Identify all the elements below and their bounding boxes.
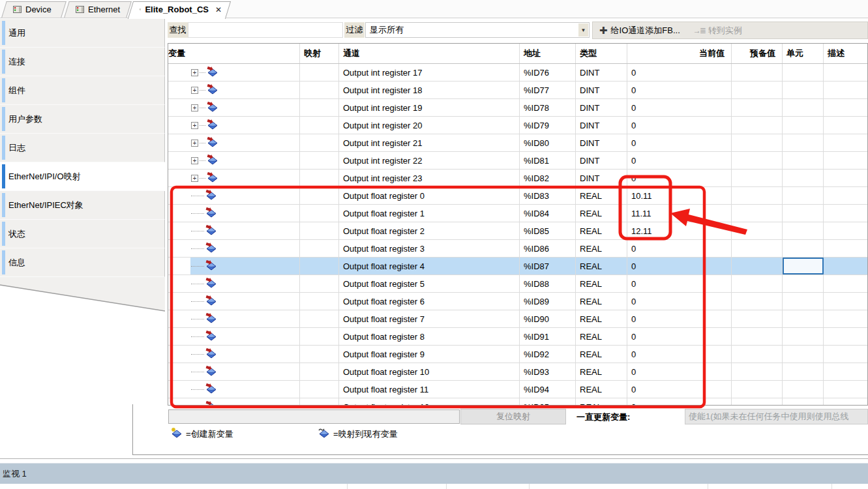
current-value-cell[interactable]: 0 — [627, 293, 732, 310]
mapping-cell[interactable] — [300, 258, 339, 274]
document-tab-device[interactable]: Device — [4, 1, 64, 18]
expand-icon[interactable]: + — [191, 140, 198, 147]
description-cell[interactable] — [824, 222, 867, 239]
table-row[interactable]: Output float register 11%ID94REAL0 — [168, 381, 867, 398]
current-value-cell[interactable]: 0 — [627, 99, 732, 116]
address-cell[interactable]: %ID79 — [520, 117, 576, 134]
description-cell[interactable] — [824, 99, 867, 116]
unit-cell[interactable] — [783, 152, 824, 169]
filter-dropdown[interactable]: 显示所有 ▼ — [365, 22, 590, 38]
address-cell[interactable]: %ID86 — [520, 240, 576, 257]
expand-icon[interactable]: + — [191, 87, 198, 94]
unit-cell[interactable] — [783, 398, 824, 405]
description-cell[interactable] — [824, 293, 867, 310]
address-cell[interactable]: %ID76 — [520, 64, 576, 81]
address-cell[interactable]: %ID77 — [520, 82, 576, 98]
description-cell[interactable] — [824, 152, 867, 169]
chevron-down-icon[interactable]: ▼ — [578, 23, 588, 37]
type-cell[interactable]: DINT — [576, 170, 627, 186]
channel-cell[interactable]: Output float register 2 — [339, 222, 520, 239]
prepared-value-cell[interactable] — [732, 258, 783, 274]
channel-cell[interactable]: Output float register 10 — [339, 363, 520, 380]
mapping-cell[interactable] — [300, 363, 339, 380]
channel-cell[interactable]: Output float register 12 — [339, 398, 520, 405]
description-cell[interactable] — [824, 381, 867, 398]
current-value-cell[interactable]: 0 — [627, 328, 732, 345]
type-cell[interactable]: DINT — [576, 64, 627, 81]
type-cell[interactable]: REAL — [576, 293, 627, 310]
table-row[interactable]: +Output int register 18%ID77DINT0 — [168, 82, 867, 99]
mapping-cell[interactable] — [300, 64, 339, 81]
current-value-cell[interactable]: 0 — [627, 275, 732, 292]
channel-cell[interactable]: Output int register 18 — [339, 82, 520, 98]
description-cell[interactable] — [824, 258, 867, 274]
mapping-cell[interactable] — [300, 293, 339, 310]
channel-cell[interactable]: Output float register 3 — [339, 240, 520, 257]
current-value-cell[interactable]: 12.11 — [627, 222, 732, 239]
table-row[interactable]: Output float register 3%ID86REAL0 — [168, 240, 867, 258]
unit-cell[interactable] — [783, 275, 824, 292]
prepared-value-cell[interactable] — [732, 152, 783, 169]
current-value-cell[interactable]: 0 — [627, 398, 732, 405]
mapping-cell[interactable] — [300, 222, 339, 239]
description-cell[interactable] — [824, 170, 867, 186]
address-cell[interactable]: %ID95 — [520, 398, 576, 405]
panel-splitter[interactable] — [0, 458, 868, 459]
table-row[interactable]: +Output int register 21%ID80DINT0 — [168, 134, 867, 152]
prepared-value-cell[interactable] — [732, 170, 783, 186]
description-cell[interactable] — [824, 346, 867, 363]
type-cell[interactable]: REAL — [576, 398, 627, 405]
unit-cell[interactable] — [783, 222, 824, 239]
mapping-cell[interactable] — [300, 398, 339, 405]
address-cell[interactable]: %ID88 — [520, 275, 576, 292]
sidebar-item--[interactable]: 日志 — [0, 134, 165, 162]
prepared-value-cell[interactable] — [732, 363, 783, 380]
sidebar-item--[interactable]: 通用 — [0, 19, 165, 48]
address-cell[interactable]: %ID92 — [520, 346, 576, 363]
unit-cell[interactable] — [783, 293, 824, 310]
description-cell[interactable] — [824, 187, 867, 204]
column-header-1[interactable]: 映射 — [300, 44, 339, 63]
column-header-4[interactable]: 类型 — [576, 44, 627, 63]
type-cell[interactable]: REAL — [576, 222, 627, 239]
expand-icon[interactable]: + — [191, 175, 198, 182]
type-cell[interactable]: REAL — [576, 363, 627, 380]
expand-icon[interactable]: + — [191, 104, 198, 111]
current-value-cell[interactable]: 0 — [627, 64, 732, 81]
address-cell[interactable]: %ID80 — [520, 134, 576, 151]
channel-cell[interactable]: Output float register 0 — [339, 187, 520, 204]
prepared-value-cell[interactable] — [732, 310, 783, 327]
unit-cell[interactable] — [783, 187, 824, 204]
type-cell[interactable]: REAL — [576, 240, 627, 257]
sidebar-item--[interactable]: 用户参数 — [0, 105, 165, 134]
document-tab-elite_robot_cs[interactable]: Elite_Robot_CS✕ — [130, 1, 228, 18]
unit-cell[interactable] — [783, 134, 824, 151]
type-cell[interactable]: REAL — [576, 310, 627, 327]
column-header-5[interactable]: 当前值 — [627, 44, 732, 63]
sidebar-item--[interactable]: 信息 — [0, 248, 165, 277]
unit-cell[interactable] — [783, 117, 824, 134]
current-value-cell[interactable]: 0 — [627, 82, 732, 98]
type-cell[interactable]: REAL — [576, 275, 627, 292]
prepared-value-cell[interactable] — [732, 398, 783, 405]
prepared-value-cell[interactable] — [732, 346, 783, 363]
expand-icon[interactable]: + — [191, 157, 198, 164]
description-cell[interactable] — [824, 275, 867, 292]
prepared-value-cell[interactable] — [732, 205, 783, 222]
description-cell[interactable] — [824, 310, 867, 327]
description-cell[interactable] — [824, 363, 867, 380]
table-row[interactable]: Output float register 1%ID84REAL11.11 — [168, 205, 867, 222]
document-tab-ethernet[interactable]: Ethernet — [67, 1, 129, 18]
channel-cell[interactable]: Output float register 8 — [339, 328, 520, 345]
prepared-value-cell[interactable] — [732, 134, 783, 151]
prepared-value-cell[interactable] — [732, 187, 783, 204]
current-value-cell[interactable]: 10.11 — [627, 187, 732, 204]
column-header-2[interactable]: 通道 — [339, 44, 520, 63]
mapping-cell[interactable] — [300, 82, 339, 98]
channel-cell[interactable]: Output int register 17 — [339, 64, 520, 81]
prepared-value-cell[interactable] — [732, 240, 783, 257]
mapping-cell[interactable] — [300, 170, 339, 186]
always-update-dropdown[interactable]: 使能1(如果未在任何任务中使用则使用总线 — [685, 409, 868, 424]
table-row[interactable]: Output float register 0%ID83REAL10.11 — [168, 187, 867, 205]
table-row[interactable]: Output float register 6%ID89REAL0 — [168, 293, 867, 310]
